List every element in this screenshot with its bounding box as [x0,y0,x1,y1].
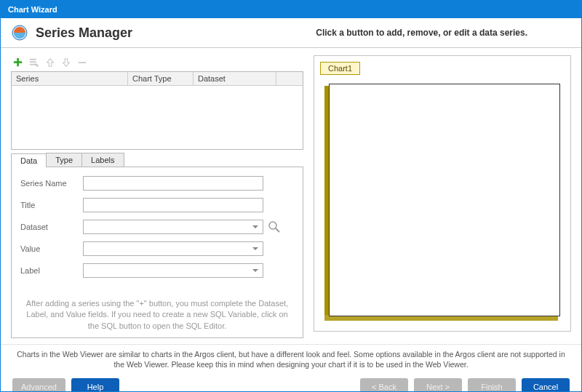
label-title: Title [20,201,83,209]
dataset-select[interactable] [83,220,263,234]
arrow-down-icon[interactable] [60,57,72,68]
label-value: Value [20,244,83,253]
chart-preview-pane: Chart1 [314,55,571,332]
footer-note: Charts in the Web Viewer are similar to … [1,344,581,374]
wizard-icon [11,24,28,41]
edit-list-icon[interactable] [28,57,40,68]
label-label: Label [20,266,83,275]
col-header-end [276,72,303,85]
tab-type[interactable]: Type [46,153,82,167]
chart-preview-tab[interactable]: Chart1 [320,62,360,75]
minus-icon[interactable] [76,57,88,68]
col-header-series[interactable]: Series [12,72,128,85]
label-dataset: Dataset [20,223,83,231]
series-name-field[interactable] [83,176,263,191]
series-tabs: Data Type Labels [11,153,303,167]
arrow-up-icon[interactable] [44,57,56,68]
tab-labels[interactable]: Labels [81,153,124,167]
sql-editor-icon[interactable] [268,220,281,233]
series-toolbar [11,55,303,71]
form-hint: After adding a series using the "+" butt… [17,298,297,332]
col-header-dataset[interactable]: Dataset [194,72,276,85]
window-title: Chart Wizard [8,5,57,14]
wizard-button-row: Advanced Help < Back Next > Finish Cance… [1,374,581,392]
left-pane: Series Chart Type Dataset Data Type Labe… [11,55,303,338]
title-field[interactable] [83,198,263,212]
tab-data[interactable]: Data [11,153,47,167]
plus-icon[interactable] [12,57,24,68]
svg-rect-3 [30,59,36,60]
value-select[interactable] [83,241,263,256]
page-instruction: Click a button to add, remove, or edit a… [316,28,527,38]
back-button[interactable]: < Back [360,378,408,392]
page-title: Series Manager [36,25,132,41]
help-button[interactable]: Help [71,378,119,392]
tab-panel-data: Series Name Title Dataset Value Label [11,167,303,338]
chart-preview-plot [324,84,560,321]
svg-rect-2 [14,61,22,63]
finish-button[interactable]: Finish [468,378,516,392]
svg-line-8 [276,228,279,232]
col-header-charttype[interactable]: Chart Type [128,72,194,85]
advanced-button[interactable]: Advanced [12,378,65,392]
next-button[interactable]: Next > [414,378,462,392]
label-select[interactable] [83,263,263,278]
svg-point-7 [269,222,276,229]
series-grid[interactable]: Series Chart Type Dataset [11,71,303,150]
svg-rect-6 [79,62,87,63]
main-area: Series Chart Type Dataset Data Type Labe… [1,48,581,343]
cancel-button[interactable]: Cancel [522,378,570,392]
svg-rect-4 [30,61,36,63]
page-header: Series Manager Click a button to add, re… [1,18,581,48]
label-series-name: Series Name [20,179,83,188]
series-grid-header: Series Chart Type Dataset [12,72,303,86]
window-titlebar: Chart Wizard [1,1,581,18]
